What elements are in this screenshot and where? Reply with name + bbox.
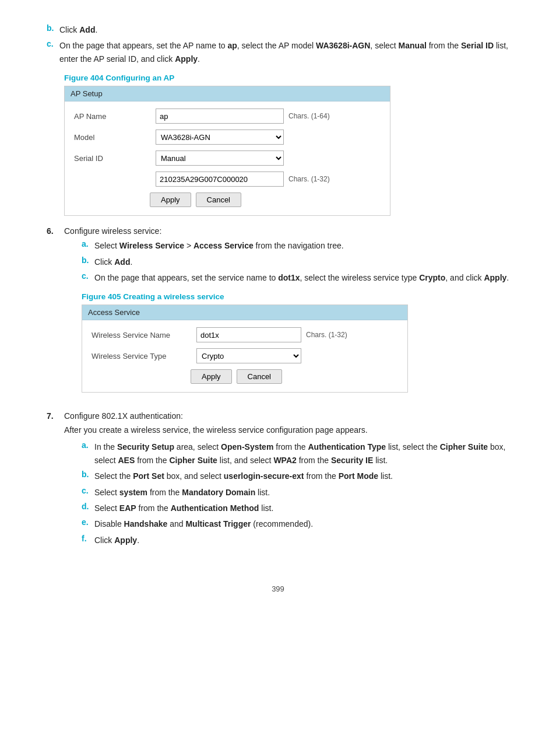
step-7-content: Configure 802.1X authentication: After y…	[64, 411, 509, 550]
step-letter-7e: e.	[82, 517, 91, 530]
step-6-content: Configure wireless service: a. Select Wi…	[64, 226, 509, 401]
step-6: 6. Configure wireless service: a. Select…	[47, 226, 509, 401]
step-7d: d. Select EAP from the Authentication Me…	[82, 502, 509, 514]
model-field: WA3628i-AGN	[156, 130, 284, 145]
serial-id-select[interactable]: Manual	[156, 150, 284, 166]
step-c1: c. On the page that appears, set the AP …	[47, 39, 509, 65]
serial-id-row: Serial ID Manual	[74, 150, 381, 166]
step-6-text: Configure wireless service:	[64, 226, 161, 236]
figure-404-title: Figure 404 Configuring an AP	[64, 74, 509, 82]
model-label: Model	[74, 133, 150, 142]
step-b1: b. Click Add.	[47, 23, 509, 36]
step-letter-6a: a.	[82, 239, 91, 252]
figure-404-cancel-btn[interactable]: Cancel	[196, 192, 241, 207]
step-letter-7a: a.	[82, 440, 91, 467]
wst-label: Wireless Service Type	[92, 352, 191, 360]
wsn-input[interactable]	[196, 327, 301, 342]
step-7-num: 7.	[47, 411, 58, 550]
step-letter-7b: b.	[82, 470, 91, 482]
step-content-7e: Disable Handshake and Multicast Trigger …	[94, 517, 509, 530]
step-7-text: Configure 802.1X authentication:	[64, 411, 183, 421]
step-content-7d: Select EAP from the Authentication Metho…	[94, 502, 509, 514]
step-7a: a. In the Security Setup area, select Op…	[82, 440, 509, 467]
figure-405-body: Wireless Service Name Chars. (1-32) Wire…	[82, 320, 407, 392]
step-content-7c: Select system from the Mandatory Domain …	[94, 486, 509, 499]
ap-name-row: AP Name Chars. (1-64)	[74, 108, 381, 124]
wsn-field: Chars. (1-32)	[196, 327, 347, 342]
step-7: 7. Configure 802.1X authentication: Afte…	[47, 411, 509, 550]
figure-405-cancel-btn[interactable]: Cancel	[237, 369, 282, 384]
step-6-num: 6.	[47, 226, 58, 401]
serial-id-field: Manual	[156, 150, 284, 166]
wst-select[interactable]: Crypto	[196, 348, 301, 363]
wsn-chars: Chars. (1-32)	[306, 331, 347, 339]
figure-405-header: Access Service	[82, 305, 407, 320]
step-content-b1: Click Add.	[59, 23, 509, 36]
step-content-7b: Select the Port Set box, and select user…	[94, 470, 509, 482]
serial-value-input[interactable]	[156, 172, 284, 187]
step-7-intro: After you create a wireless service, the…	[64, 425, 368, 435]
figure-404-body: AP Name Chars. (1-64) Model WA3628i-AGN	[65, 102, 390, 215]
serial-id-label: Serial ID	[74, 154, 150, 163]
figure-404-box: AP Setup AP Name Chars. (1-64) Model WA3…	[64, 86, 390, 216]
step-letter-7f: f.	[82, 534, 91, 547]
wsn-row: Wireless Service Name Chars. (1-32)	[92, 327, 398, 342]
ap-name-label: AP Name	[74, 112, 150, 121]
ap-name-input[interactable]	[156, 108, 284, 124]
model-row: Model WA3628i-AGN	[74, 130, 381, 145]
step-letter-6b: b.	[82, 256, 91, 268]
step-content-7f: Click Apply.	[94, 534, 509, 547]
step-content-6b: Click Add.	[94, 256, 509, 268]
step-content-c1: On the page that appears, set the AP nam…	[59, 39, 509, 65]
step-6a: a. Select Wireless Service > Access Serv…	[82, 239, 509, 252]
figure-405-apply-btn[interactable]: Apply	[191, 369, 232, 384]
step-letter-b1: b.	[47, 23, 56, 36]
page-number: 399	[47, 584, 509, 593]
figure-405-box: Access Service Wireless Service Name Cha…	[82, 304, 408, 393]
wsn-label: Wireless Service Name	[92, 331, 191, 340]
step-6b: b. Click Add.	[82, 256, 509, 268]
figure-405-title: Figure 405 Creating a wireless service	[82, 292, 509, 301]
step-7e: e. Disable Handshake and Multicast Trigg…	[82, 517, 509, 530]
step-letter-7c: c.	[82, 486, 91, 499]
figure-404-header: AP Setup	[65, 86, 390, 102]
step-7c: c. Select system from the Mandatory Doma…	[82, 486, 509, 499]
step-content-6c: On the page that appears, set the servic…	[94, 271, 509, 284]
step-letter-c1: c.	[47, 39, 56, 65]
step-7-substeps: a. In the Security Setup area, select Op…	[82, 440, 509, 547]
step-letter-7d: d.	[82, 502, 91, 514]
step-letter-6c: c.	[82, 271, 91, 284]
figure-404-apply-btn[interactable]: Apply	[150, 192, 191, 207]
ap-name-chars: Chars. (1-64)	[288, 112, 330, 120]
serial-value-chars: Chars. (1-32)	[288, 175, 330, 183]
figure-404-buttons: Apply Cancel	[150, 192, 381, 207]
wst-row: Wireless Service Type Crypto	[92, 348, 398, 363]
ap-name-field: Chars. (1-64)	[156, 108, 330, 124]
step-content-6a: Select Wireless Service > Access Service…	[94, 239, 509, 252]
serial-value-field: Chars. (1-32)	[156, 172, 330, 187]
serial-value-row: Chars. (1-32)	[74, 172, 381, 187]
model-select[interactable]: WA3628i-AGN	[156, 130, 284, 145]
step-content-7a: In the Security Setup area, select Open-…	[94, 440, 509, 467]
figure-405-buttons: Apply Cancel	[191, 369, 398, 384]
step-6c: c. On the page that appears, set the ser…	[82, 271, 509, 284]
step-7f: f. Click Apply.	[82, 534, 509, 547]
wst-field: Crypto	[196, 348, 301, 363]
step-7b: b. Select the Port Set box, and select u…	[82, 470, 509, 482]
